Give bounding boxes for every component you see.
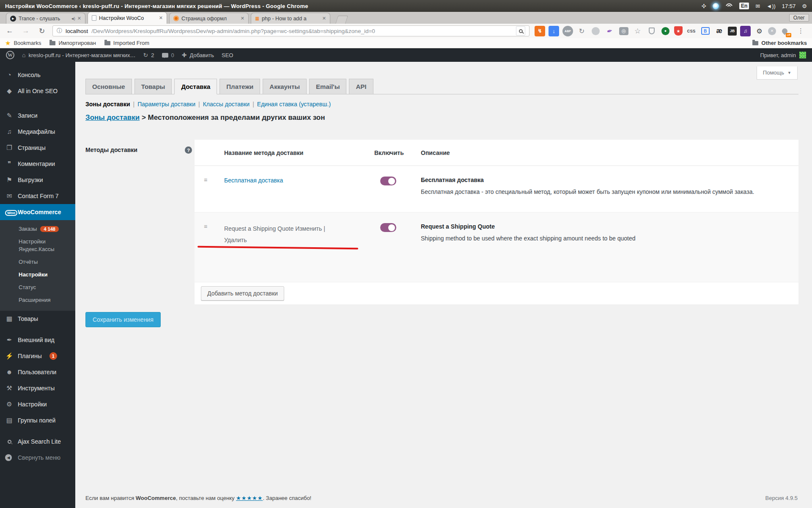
admin-bar-updates[interactable]: ↻ 2: [143, 52, 154, 58]
sidebar-item-field-groups[interactable]: ▤ Группы полей: [0, 412, 75, 428]
bookmark-folder-imported-ru[interactable]: Импортирован: [49, 40, 96, 46]
sidebar-item-collapse-menu[interactable]: ◀ Свернуть меню: [0, 450, 75, 466]
subnav-flat-rate-legacy[interactable]: Единая ставка (устаревш.): [257, 101, 331, 108]
tab-payments[interactable]: Платежи: [219, 79, 260, 94]
music-extension-icon[interactable]: ♫: [740, 26, 751, 36]
sidebar-item-woocommerce[interactable]: Woo WooCommerce: [0, 204, 75, 220]
sidebar-item-settings[interactable]: ⚙ Настройки: [0, 396, 75, 412]
page-zoom-icon[interactable]: [516, 26, 525, 36]
submenu-item-orders[interactable]: Заказы4 148: [0, 223, 75, 235]
breadcrumb-zones-link[interactable]: Зоны доставки: [85, 113, 140, 121]
admin-bar-site-link[interactable]: ⌂ kreslo-puff.ru - Интернет-магазин мягк…: [22, 52, 136, 58]
drag-handle-icon[interactable]: ≡: [195, 177, 224, 183]
browser-profile-chip[interactable]: Олег: [789, 14, 809, 22]
sidebar-item-plugins[interactable]: ⚡ Плагины 1: [0, 348, 75, 364]
subnav-shipping-classes[interactable]: Классы доставки: [203, 101, 250, 108]
bookmark-bookmarks[interactable]: ★ Bookmarks: [5, 39, 41, 47]
add-shipping-method-button[interactable]: Добавить метод доставки: [201, 286, 284, 301]
sidebar-item-uploads[interactable]: ⚑ Выгрузки: [0, 172, 75, 188]
jb-extension-icon[interactable]: JB: [728, 27, 737, 36]
messaging-indicator-icon[interactable]: [713, 3, 719, 9]
toggle-request-quote-enabled[interactable]: [380, 223, 396, 232]
volume-icon[interactable]: ◄)): [766, 3, 776, 9]
admin-bar-seo[interactable]: SEO: [222, 52, 233, 58]
ae-extension-icon[interactable]: æ: [714, 26, 724, 36]
tab-shipping[interactable]: Доставка: [174, 79, 217, 94]
keyboard-layout-indicator[interactable]: En: [739, 3, 749, 9]
mail-icon[interactable]: ✉: [755, 3, 760, 9]
wifi-icon[interactable]: [725, 3, 733, 8]
tab-close-icon[interactable]: ✕: [322, 16, 326, 21]
forward-button[interactable]: →: [20, 27, 31, 35]
tab-accounts[interactable]: Аккаунты: [263, 79, 307, 94]
clock[interactable]: 17:57: [782, 3, 796, 9]
feather-extension-icon[interactable]: ✒: [603, 25, 616, 38]
tag-extension-icon[interactable]: B: [700, 26, 710, 36]
green-extension-icon[interactable]: ●: [660, 26, 671, 36]
indicator-icon[interactable]: ✣: [702, 3, 706, 9]
css-extension-icon[interactable]: css: [686, 26, 697, 36]
browser-tab-checkout-page[interactable]: Страница оформл ✕: [169, 13, 249, 24]
drag-handle-icon[interactable]: ≡: [195, 223, 224, 230]
free-shipping-link[interactable]: Бесплатная доставка: [224, 177, 283, 184]
sidebar-item-tools[interactable]: ⚒ Инструменты: [0, 380, 75, 396]
browser-menu-icon[interactable]: ⋮: [798, 27, 804, 35]
bookmark-folder-imported-en[interactable]: Imported From: [104, 40, 149, 46]
sidebar-item-media[interactable]: ♫ Медиафайлы: [0, 124, 75, 140]
sidebar-item-contact-form-7[interactable]: ✉ Contact Form 7: [0, 188, 75, 204]
adblock-extension-icon[interactable]: ABP: [562, 26, 573, 36]
sidebar-item-pages[interactable]: ❐ Страницы: [0, 140, 75, 156]
security-shield-extension-icon[interactable]: ★: [674, 26, 683, 36]
browser-tab-php-question[interactable]: ≣ php - How to add a ✕: [251, 13, 330, 24]
submenu-item-extensions[interactable]: Расширения: [0, 294, 75, 306]
sidebar-item-appearance[interactable]: ✒ Внешний вид: [0, 332, 75, 348]
sync-extension-icon[interactable]: ↻: [576, 26, 587, 36]
browser-tab-trance[interactable]: ▶ Trance - слушать ◄) ✕: [6, 13, 85, 24]
disabled-extension-icon[interactable]: [590, 26, 601, 36]
subnav-shipping-zones[interactable]: Зоны доставки: [85, 101, 130, 108]
bookmark-star-icon[interactable]: ☆: [632, 26, 643, 36]
five-stars-link[interactable]: ★★★★★: [236, 495, 263, 501]
submenu-item-settings[interactable]: Настройки: [0, 268, 75, 281]
other-bookmarks-button[interactable]: Other bookmarks: [752, 40, 807, 46]
sidebar-item-all-in-one-seo[interactable]: ◆ All in One SEO: [0, 83, 75, 99]
submenu-item-reports[interactable]: Отчёты: [0, 256, 75, 268]
page-info-icon[interactable]: ⓘ: [57, 27, 62, 35]
admin-bar-account[interactable]: Привет, admin: [760, 52, 806, 58]
sidebar-item-ajax-search-lite[interactable]: ⌕ Ajax Search Lite: [0, 433, 75, 450]
tab-api[interactable]: API: [349, 79, 373, 94]
tab-general[interactable]: Основные: [85, 79, 132, 94]
tab-close-icon[interactable]: ✕: [77, 16, 81, 21]
help-button[interactable]: Помощь ▼: [757, 66, 798, 80]
sidebar-item-dashboard[interactable]: ◔ Консоль: [0, 67, 75, 83]
browser-tab-woocommerce-settings[interactable]: Настройки WooCo ✕: [88, 12, 167, 24]
help-tip-icon[interactable]: ?: [185, 146, 192, 154]
sidebar-item-posts[interactable]: ✎ Записи: [0, 108, 75, 124]
sidebar-item-comments[interactable]: ❞ Комментарии: [0, 156, 75, 172]
toggle-free-shipping-enabled[interactable]: [380, 177, 396, 185]
screenshot-extension-icon[interactable]: ◎: [618, 26, 629, 36]
reload-button[interactable]: ↻: [36, 27, 47, 36]
analytics-extension-icon[interactable]: ↯: [535, 26, 545, 36]
sidebar-item-users[interactable]: ☻ Пользователи: [0, 364, 75, 380]
admin-bar-comments[interactable]: 0: [162, 52, 174, 58]
back-button[interactable]: ←: [4, 27, 15, 35]
tab-close-icon[interactable]: ✕: [241, 16, 244, 21]
new-tab-button[interactable]: [335, 16, 348, 24]
shield-extension-icon[interactable]: [646, 26, 657, 36]
tab-emails[interactable]: Email'ы: [309, 79, 346, 94]
address-bar[interactable]: ⓘ localhost/Dev/Wordpress/KreslopuffRu/W…: [52, 25, 529, 36]
flame-off-extension-icon[interactable]: off: [779, 26, 790, 36]
sidebar-item-products[interactable]: ▦ Товары: [0, 311, 75, 327]
admin-bar-new-content[interactable]: ✚ Добавить: [182, 52, 214, 58]
download-extension-icon[interactable]: ↓: [549, 26, 559, 36]
submenu-item-status[interactable]: Статус: [0, 281, 75, 294]
submenu-item-yandex-kassa-settings[interactable]: Настройки Яндекс.Кассы: [0, 235, 75, 256]
tab-products[interactable]: Товары: [134, 79, 172, 94]
save-changes-button[interactable]: Сохранить изменения: [85, 312, 161, 327]
blocked-extension-icon[interactable]: ✕: [768, 27, 776, 35]
session-gear-icon[interactable]: ⚙: [802, 3, 807, 9]
tab-close-icon[interactable]: ✕: [159, 15, 163, 21]
gear-extension-icon[interactable]: ⚙: [754, 26, 765, 36]
subnav-shipping-options[interactable]: Параметры доставки: [137, 101, 195, 108]
